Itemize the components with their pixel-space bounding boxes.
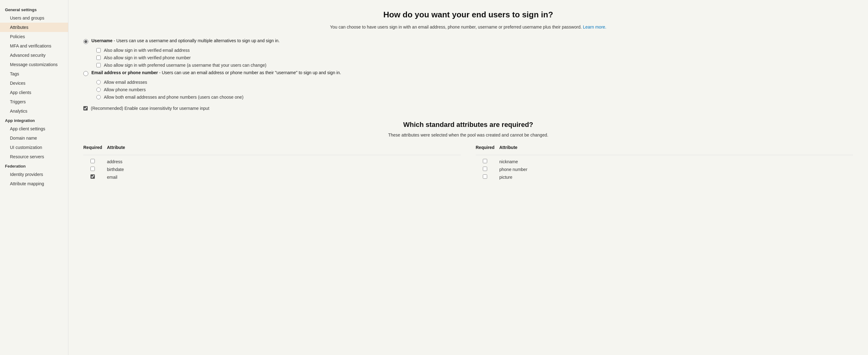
attr-checkbox-birthdate[interactable] (90, 167, 95, 171)
attributes-right-col: Required Attribute nickname phone number (476, 145, 853, 182)
sidebar-item-ui-customization[interactable]: UI customization (0, 143, 68, 152)
sidebar-item-domain-name[interactable]: Domain name (0, 134, 68, 143)
attr-checkbox-address[interactable] (90, 159, 95, 163)
email-phone-rest: - Users can use an email address or phon… (158, 70, 341, 75)
attr-label-address: address (107, 159, 461, 164)
attr-checkbox-nickname[interactable] (483, 159, 487, 163)
attr-row-picture: picture (476, 174, 853, 180)
learn-more-link[interactable]: Learn more. (583, 25, 606, 30)
page-subtitle: You can choose to have users sign in wit… (83, 25, 853, 30)
sidebar-item-attribute-mapping[interactable]: Attribute mapping (0, 179, 68, 188)
left-header-divider (83, 155, 461, 155)
username-bold: Username (91, 38, 113, 43)
verified-email-label: Also allow sign in with verified email a… (104, 48, 190, 53)
allow-phone-radio[interactable] (96, 87, 101, 92)
left-required-header: Required (83, 145, 102, 150)
attr-required-picture (476, 174, 494, 180)
username-option-label[interactable]: Username - Users can use a username and … (91, 38, 279, 43)
sidebar-item-policies[interactable]: Policies (0, 32, 68, 41)
sidebar-item-tags[interactable]: Tags (0, 69, 68, 78)
case-insensitivity-label: (Recommended) Enable case insensitivity … (91, 106, 209, 111)
attr-checkbox-email[interactable] (90, 174, 95, 179)
sidebar-item-analytics[interactable]: Analytics (0, 106, 68, 116)
attr-required-phone-number (476, 167, 494, 172)
app-integration-label: App integration (0, 116, 68, 124)
attr-label-phone-number: phone number (499, 167, 853, 172)
attributes-left-col: Required Attribute address birthdate (83, 145, 461, 182)
right-attribute-header: Attribute (499, 145, 853, 150)
attr-required-email (83, 174, 102, 180)
allow-phone-option: Allow phone numbers (96, 87, 853, 92)
attr-label-email: email (107, 175, 461, 180)
username-rest: - Users can use a username and optionall… (113, 38, 280, 43)
allow-phone-label: Allow phone numbers (104, 87, 146, 92)
sidebar-item-advanced-security[interactable]: Advanced security (0, 50, 68, 60)
federation-label: Federation (0, 162, 68, 170)
attr-row-nickname: nickname (476, 159, 853, 164)
sidebar-item-identity-providers[interactable]: Identity providers (0, 170, 68, 179)
attr-row-email: email (83, 174, 461, 180)
attr-required-birthdate (83, 167, 102, 172)
sidebar: General settings Users and groups Attrib… (0, 0, 68, 355)
sidebar-item-devices[interactable]: Devices (0, 78, 68, 88)
sidebar-item-attributes[interactable]: Attributes (0, 23, 68, 32)
sidebar-item-users-groups[interactable]: Users and groups (0, 13, 68, 23)
verified-phone-option: Also allow sign in with verified phone n… (96, 55, 853, 60)
preferred-username-label: Also allow sign in with preferred userna… (104, 63, 267, 68)
email-phone-bold: Email address or phone number (91, 70, 158, 75)
email-phone-option-label[interactable]: Email address or phone number - Users ca… (91, 70, 341, 75)
attributes-right-header: Required Attribute (476, 145, 853, 152)
preferred-username-checkbox[interactable] (96, 63, 101, 67)
sidebar-item-resource-servers[interactable]: Resource servers (0, 152, 68, 162)
username-radio[interactable] (83, 39, 88, 44)
preferred-username-option: Also allow sign in with preferred userna… (96, 63, 853, 68)
allow-both-radio[interactable] (96, 95, 101, 99)
page-title: How do you want your end users to sign i… (83, 10, 853, 20)
attr-label-nickname: nickname (499, 159, 853, 164)
verified-email-checkbox[interactable] (96, 48, 101, 52)
signin-options-group: Username - Users can use a username and … (83, 38, 853, 100)
attr-checkbox-picture[interactable] (483, 174, 487, 179)
sidebar-item-app-clients[interactable]: App clients (0, 88, 68, 97)
allow-both-label: Allow both email addresses and phone num… (104, 95, 243, 100)
right-required-header: Required (476, 145, 494, 150)
attr-row-address: address (83, 159, 461, 164)
attr-required-address (83, 159, 102, 164)
email-phone-option: Email address or phone number - Users ca… (83, 70, 853, 76)
allow-email-radio[interactable] (96, 80, 101, 84)
attr-label-picture: picture (499, 175, 853, 180)
attr-row-birthdate: birthdate (83, 167, 461, 172)
attributes-section-subtitle: These attributes were selected when the … (83, 133, 853, 138)
sidebar-item-app-client-settings[interactable]: App client settings (0, 124, 68, 134)
case-insensitivity-checkbox[interactable] (83, 106, 88, 110)
subtitle-text: You can choose to have users sign in wit… (330, 25, 582, 30)
attr-checkbox-phone-number[interactable] (483, 167, 487, 171)
allow-email-option: Allow email addresses (96, 80, 853, 85)
attributes-left-header: Required Attribute (83, 145, 461, 152)
attributes-table: Required Attribute address birthdate (83, 145, 853, 182)
email-phone-sub-options: Allow email addresses Allow phone number… (96, 80, 853, 100)
case-insensitivity-row: (Recommended) Enable case insensitivity … (83, 106, 853, 111)
attributes-section-title: Which standard attributes are required? (83, 121, 853, 129)
verified-phone-checkbox[interactable] (96, 56, 101, 60)
main-content: How do you want your end users to sign i… (68, 0, 868, 355)
allow-both-option: Allow both email addresses and phone num… (96, 95, 853, 100)
username-option: Username - Users can use a username and … (83, 38, 853, 44)
sidebar-item-mfa-verifications[interactable]: MFA and verifications (0, 41, 68, 50)
general-settings-label: General settings (0, 5, 68, 13)
verified-email-option: Also allow sign in with verified email a… (96, 48, 853, 53)
sidebar-item-triggers[interactable]: Triggers (0, 97, 68, 106)
attr-label-birthdate: birthdate (107, 167, 461, 172)
username-sub-options: Also allow sign in with verified email a… (96, 48, 853, 68)
email-phone-radio[interactable] (83, 71, 88, 76)
left-attribute-header: Attribute (107, 145, 461, 150)
right-header-divider (476, 155, 853, 155)
sidebar-item-message-customizations[interactable]: Message customizations (0, 60, 68, 69)
allow-email-label: Allow email addresses (104, 80, 147, 85)
attr-required-nickname (476, 159, 494, 164)
attr-row-phone-number: phone number (476, 167, 853, 172)
verified-phone-label: Also allow sign in with verified phone n… (104, 55, 191, 60)
